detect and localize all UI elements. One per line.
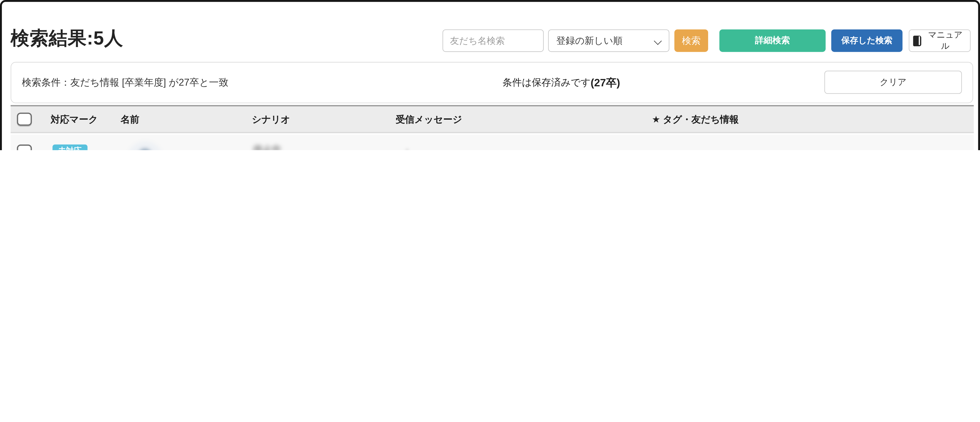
chevron-down-icon (654, 37, 662, 45)
column-header-tag: ★ タグ・友だち情報 (652, 106, 739, 133)
column-header-name: 名前 (121, 106, 139, 133)
row-checkbox[interactable] (17, 145, 32, 150)
advanced-search-button[interactable]: 詳細検索 (719, 29, 826, 52)
search-condition-text: 検索条件：友だち情報 [卒業年度] が27卒と一致 (22, 62, 228, 102)
screen: 検索結果:5人 登録の新しい順 検索 詳細検索 保存した検索 マニュアル 検索条… (0, 0, 980, 150)
toolbar: 登録の新しい順 検索 詳細検索 保存した検索 マニュアル (2, 29, 978, 52)
clear-button[interactable]: クリア (824, 71, 962, 94)
friend-name-search-input[interactable] (442, 29, 544, 52)
avatar (127, 141, 163, 150)
search-button[interactable]: 検索 (675, 29, 708, 52)
saved-condition-text: 条件は保存済みです(27卒) (503, 62, 620, 102)
scenario-status: 停止中 (253, 144, 282, 150)
sort-select[interactable]: 登録の新しい順 (548, 29, 670, 52)
saved-condition-name: (27卒) (590, 75, 620, 90)
saved-condition-prefix: 条件は保存済みです (503, 76, 590, 89)
column-header-message: 受信メッセージ (396, 106, 462, 133)
select-all-checkbox[interactable] (17, 113, 32, 126)
manual-button[interactable]: マニュアル (908, 29, 970, 52)
column-header-mark: 対応マーク (51, 106, 98, 133)
manual-button-label: マニュアル (924, 29, 966, 52)
search-condition-card: 検索条件：友だち情報 [卒業年度] が27卒と一致 条件は保存済みです(27卒)… (11, 62, 973, 103)
sort-select-value: 登録の新しい順 (556, 35, 623, 46)
saved-search-button[interactable]: 保存した検索 (831, 29, 903, 52)
book-icon (913, 35, 921, 46)
column-header-scenario: シナリオ (252, 106, 290, 133)
status-badge: 未対応 (52, 145, 87, 150)
friend-name-link[interactable]: テストA (168, 141, 203, 150)
received-message: - (406, 144, 409, 150)
table-header: 対応マーク 名前 シナリオ 受信メッセージ ★ タグ・友だち情報 (11, 105, 974, 133)
table-row: 未対応 テストA 停止中 - (11, 134, 974, 150)
app-window: 検索結果:5人 登録の新しい順 検索 詳細検索 保存した検索 マニュアル 検索条… (0, 0, 980, 150)
